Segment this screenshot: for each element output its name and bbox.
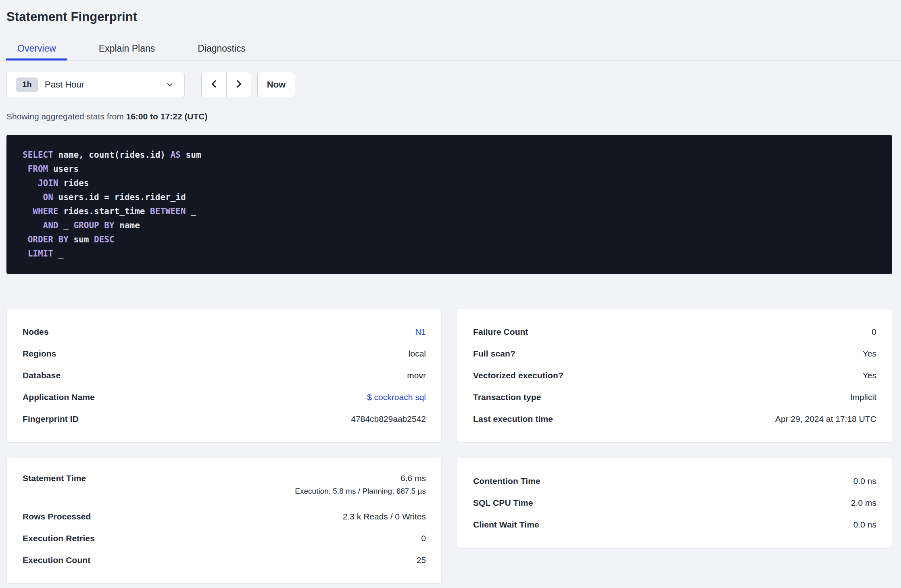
aggregated-stats-range: 16:00 to 17:22 (UTC) [126, 112, 208, 121]
tab-overview[interactable]: Overview [6, 39, 67, 60]
next-time-button[interactable] [226, 72, 251, 97]
sql-keyword: ORDER BY [28, 235, 69, 244]
stat-value-wrap: local [409, 349, 426, 359]
sql-text [23, 164, 28, 174]
stat-value-wrap: Implicit [850, 392, 876, 402]
sql-line: ON users.id = rides.rider_id [23, 190, 876, 204]
stat-row-nodes: NodesN1 [23, 321, 426, 343]
tab-explain-plans[interactable]: Explain Plans [88, 39, 166, 60]
stat-row-full-scan: Full scan?Yes [473, 343, 876, 365]
stat-label: Execution Retries [23, 534, 95, 543]
stat-label: Application Name [23, 392, 95, 402]
stat-value-wrap: movr [407, 371, 426, 380]
stat-label: Full scan? [473, 349, 515, 359]
stat-value: 6.6 ms [400, 473, 426, 483]
wait-time-card: Contention Time0.0 nsSQL CPU Time2.0 msC… [457, 458, 892, 548]
chevron-down-icon [166, 81, 174, 89]
sql-text [23, 249, 28, 259]
stat-value: 2.3 k Reads / 0 Writes [343, 512, 426, 521]
now-button[interactable]: Now [257, 72, 295, 97]
sql-line: FROM users [23, 162, 876, 176]
stat-row-regions: Regionslocal [23, 343, 426, 365]
stat-label: Database [23, 371, 60, 380]
sql-keyword: FROM [28, 164, 48, 174]
sql-text: _ [58, 221, 74, 230]
stat-row-contention-time: Contention Time0.0 ns [473, 470, 876, 492]
stat-label: Fingerprint ID [23, 414, 79, 424]
page-title: Statement Fingerprint [6, 10, 892, 24]
stat-value-wrap: 2.3 k Reads / 0 Writes [343, 512, 426, 521]
stat-value-wrap: 0 [872, 327, 876, 337]
stat-label: Rows Processed [23, 512, 91, 521]
stat-row-execution-retries: Execution Retries0 [23, 528, 426, 549]
stat-value-link[interactable]: N1 [415, 327, 426, 337]
stat-value-wrap: Apr 29, 2024 at 17:18 UTC [775, 414, 876, 424]
stat-label: Contention Time [473, 476, 540, 486]
stat-value-link[interactable]: $ cockroach sql [367, 392, 426, 402]
sql-text: _ [186, 206, 196, 216]
tab-diagnostics[interactable]: Diagnostics [186, 39, 257, 60]
sql-line: JOIN rides [23, 176, 876, 190]
stat-row-transaction-type: Transaction typeImplicit [473, 386, 876, 408]
stat-value-wrap: 6.6 msExecution: 5.8 ms / Planning: 687.… [295, 473, 426, 496]
sql-statement-box: SELECT name, count(rides.id) AS sum FROM… [6, 135, 892, 274]
sql-keyword: GROUP BY [73, 221, 114, 230]
sql-text: users.id = rides.rider_id [53, 192, 186, 202]
stat-value: Apr 29, 2024 at 17:18 UTC [775, 414, 876, 424]
sql-text: rides.start_time [58, 206, 150, 216]
chevron-left-icon [209, 79, 219, 90]
sql-text: sum [181, 150, 201, 160]
sql-text: _ [53, 249, 63, 259]
sql-keyword: SELECT [23, 150, 53, 160]
sql-line: WHERE rides.start_time BETWEEN _ [23, 204, 876, 219]
time-toolbar: 1h Past Hour Now [6, 72, 892, 97]
stat-value-wrap: 0 [421, 534, 426, 543]
stat-value: local [409, 349, 426, 359]
stat-value: 0.0 ns [853, 476, 876, 486]
stat-row-execution-count: Execution Count25 [23, 549, 426, 571]
stat-row-fingerprint-id: Fingerprint ID4784cb829aab2542 [23, 408, 426, 430]
stat-value: Yes [863, 371, 876, 380]
stat-value-wrap: 0.0 ns [853, 520, 876, 530]
stat-row-failure-count: Failure Count0 [473, 321, 876, 343]
sql-line: AND _ GROUP BY name [23, 219, 876, 233]
sql-keyword: ON [43, 192, 53, 202]
stat-value: Yes [863, 349, 876, 359]
time-range-label: Past Hour [45, 79, 84, 90]
stat-label: Statement Time [23, 473, 86, 483]
time-range-dropdown[interactable]: 1h Past Hour [6, 72, 185, 97]
stat-value-wrap: $ cockroach sql [367, 392, 426, 402]
sql-text [23, 206, 33, 216]
sql-statement-code: SELECT name, count(rides.id) AS sum FROM… [23, 148, 876, 261]
stat-row-last-execution-time: Last execution timeApr 29, 2024 at 17:18… [473, 408, 876, 430]
prev-time-button[interactable] [202, 72, 226, 97]
stat-row-statement-time: Statement Time6.6 msExecution: 5.8 ms / … [23, 470, 426, 506]
stat-label: Regions [23, 349, 56, 359]
tab-bar: OverviewExplain PlansDiagnostics [0, 39, 901, 60]
sql-line: SELECT name, count(rides.id) AS sum [23, 148, 876, 162]
performance-cards-row: Statement Time6.6 msExecution: 5.8 ms / … [6, 458, 892, 584]
stat-value: 0.0 ns [853, 520, 876, 530]
sql-text [23, 178, 38, 188]
stat-label: Last execution time [473, 414, 553, 424]
stat-row-application-name: Application Name$ cockroach sql [23, 386, 426, 408]
stat-row-vectorized-execution: Vectorized execution?Yes [473, 365, 876, 386]
stat-value: 4784cb829aab2542 [351, 414, 426, 424]
stat-label: Transaction type [473, 392, 541, 402]
stat-value: Implicit [850, 392, 876, 402]
stat-value: 0 [421, 534, 426, 543]
chevron-right-icon [234, 79, 244, 90]
sql-keyword: AS [171, 150, 181, 160]
sql-keyword: DESC [94, 235, 115, 244]
stat-value: 0 [872, 327, 876, 337]
stat-subvalue: Execution: 5.8 ms / Planning: 687.5 µs [295, 487, 426, 496]
stat-label: SQL CPU Time [473, 498, 533, 508]
aggregated-stats-prefix: Showing aggregated stats from [6, 112, 126, 121]
stat-row-rows-processed: Rows Processed2.3 k Reads / 0 Writes [23, 506, 426, 528]
stat-value: 2.0 ms [851, 498, 876, 508]
sql-keyword: JOIN [38, 178, 58, 188]
sql-line: LIMIT _ [23, 247, 876, 261]
aggregated-stats-line: Showing aggregated stats from 16:00 to 1… [6, 111, 892, 122]
sql-keyword: BETWEEN [150, 206, 186, 216]
sql-text: rides [58, 178, 89, 188]
